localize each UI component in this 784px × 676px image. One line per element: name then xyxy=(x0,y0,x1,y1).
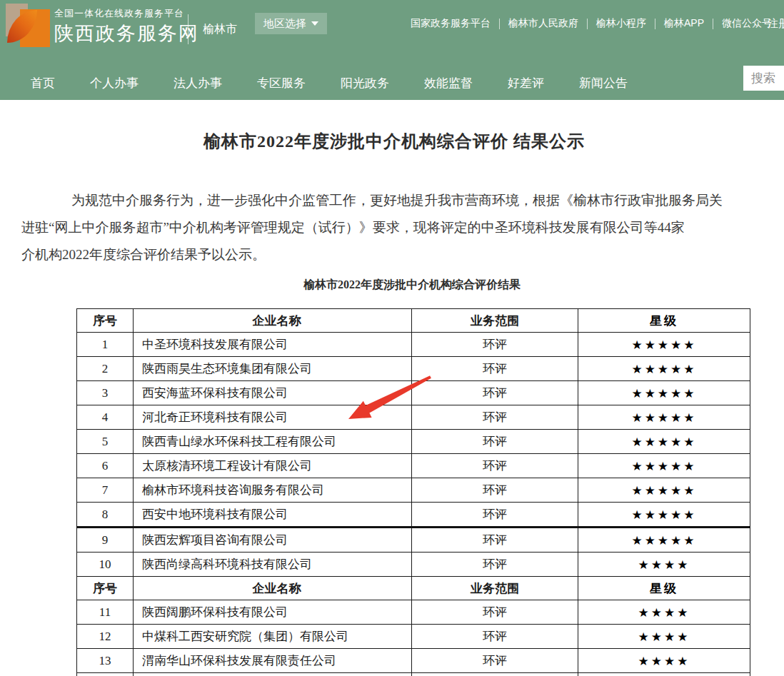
table-row: 2陕西雨昊生态环境集团有限公司环评★★★★★ xyxy=(77,357,750,381)
page-title: 榆林市2022年度涉批中介机构综合评价 结果公示 xyxy=(0,130,784,153)
register-link[interactable]: 注册 xyxy=(768,17,784,31)
cell-序号: 8 xyxy=(77,503,134,528)
cell-business-scope: 环评 xyxy=(412,528,578,553)
nav-item-7[interactable]: 新闻公告 xyxy=(579,75,628,91)
nav-item-3[interactable]: 专区服务 xyxy=(257,75,306,91)
cell-company-name: 渭南华山环保科技发展有限责任公司 xyxy=(134,649,412,673)
paragraph-line-2: 进驻“网上中介服务超市”中介机构考评管理规定（试行）》要求，现将评定的中圣环境科… xyxy=(21,214,784,241)
cell-business-scope: 环评 xyxy=(412,333,578,357)
cell-company-name: 陕西青山绿水环保科技工程有限公司 xyxy=(134,430,412,454)
table-header-cell: 业务范围 xyxy=(412,309,578,333)
site-logo[interactable] xyxy=(6,4,50,48)
nav-item-5[interactable]: 效能监督 xyxy=(424,75,473,91)
cell-star-rating: ★★★★★ xyxy=(578,405,750,430)
nav-item-2[interactable]: 法人办事 xyxy=(174,75,222,91)
table-header-cell: 企业名称 xyxy=(134,577,412,600)
nav-item-6[interactable]: 好差评 xyxy=(508,75,544,91)
header-divider xyxy=(188,14,189,44)
cell-star-rating: ★★★★★ xyxy=(578,357,750,381)
top-link-separator xyxy=(587,19,588,29)
cell-序号: 7 xyxy=(77,478,134,503)
announcement-paragraph: 为规范中介服务行为，进一步强化中介监管工作，更好地提升我市营商环境，根据《榆林市… xyxy=(21,187,784,268)
table-header-cell: 序号 xyxy=(77,309,134,333)
cell-business-scope: 环评 xyxy=(412,503,578,528)
paragraph-line-3: 介机构2022年度综合评价结果予以公示。 xyxy=(21,241,784,268)
table-header-row: 序号企业名称业务范围星级 xyxy=(77,309,750,333)
cell-business-scope: 环评 xyxy=(412,625,578,649)
empty-cell xyxy=(134,673,412,676)
cell-序号: 5 xyxy=(77,430,134,454)
cell-star-rating: ★★★★★ xyxy=(578,430,750,454)
cell-business-scope: 环评 xyxy=(412,649,578,673)
empty-cell xyxy=(412,673,578,676)
cell-star-rating: ★★★★★ xyxy=(578,503,750,528)
table-row: 5陕西青山绿水环保科技工程有限公司环评★★★★★ xyxy=(77,430,750,454)
nav-item-1[interactable]: 个人办事 xyxy=(90,75,139,91)
cell-序号: 4 xyxy=(77,405,134,430)
brand-block: 全国一体化在线政务服务平台 陕西政务服务网 xyxy=(54,6,199,46)
cell-business-scope: 环评 xyxy=(412,381,578,405)
cell-序号: 12 xyxy=(77,625,134,649)
cell-star-rating: ★★★★★ xyxy=(578,333,750,357)
cell-company-name: 西安海蓝环保科技有限公司 xyxy=(134,381,412,405)
table-row: 12中煤科工西安研究院（集团）有限公司环评★★★★ xyxy=(77,625,750,649)
cell-star-rating: ★★★★ xyxy=(578,649,750,673)
table-row: 10陕西尚绿高科环境科技有限公司环评★★★★ xyxy=(77,553,750,577)
cell-序号: 6 xyxy=(77,454,134,478)
current-city-label: 榆林市 xyxy=(203,22,237,37)
top-link-0[interactable]: 国家政务服务平台 xyxy=(411,17,491,30)
cell-star-rating: ★★★★★ xyxy=(578,454,750,478)
site-name: 陕西政务服务网 xyxy=(54,21,199,46)
region-select-button[interactable]: 地区选择 xyxy=(255,13,327,34)
cell-company-name: 陕西阔鹏环保科技有限公司 xyxy=(134,600,412,625)
table-row: 13渭南华山环保科技发展有限责任公司环评★★★★ xyxy=(77,649,750,673)
site-header: 全国一体化在线政务服务平台 陕西政务服务网 榆林市 地区选择 国家政务服务平台榆… xyxy=(0,0,784,100)
nav-item-0[interactable]: 首页 xyxy=(31,75,55,91)
cell-company-name: 西安中地环境科技有限公司 xyxy=(134,503,412,528)
cell-company-name: 陕西雨昊生态环境集团有限公司 xyxy=(134,357,412,381)
empty-cell xyxy=(578,673,750,676)
cell-序号: 2 xyxy=(77,357,134,381)
caret-down-icon xyxy=(311,21,318,26)
cell-business-scope: 环评 xyxy=(412,478,578,503)
cell-company-name: 陕西宏辉项目咨询有限公司 xyxy=(134,528,412,553)
cell-business-scope: 环评 xyxy=(412,553,578,577)
table-row-partial xyxy=(77,673,750,676)
table-row: 9陕西宏辉项目咨询有限公司环评★★★★★ xyxy=(77,528,750,553)
top-link-4[interactable]: 微信公众号 xyxy=(722,17,772,30)
table-row: 11陕西阔鹏环保科技有限公司环评★★★★ xyxy=(77,600,750,625)
cell-star-rating: ★★★★ xyxy=(578,600,750,625)
top-link-1[interactable]: 榆林市人民政府 xyxy=(508,17,578,30)
table-row: 1中圣环境科技发展有限公司环评★★★★★ xyxy=(77,333,750,357)
search-placeholder: 搜索 xyxy=(751,70,775,86)
table-header-cell: 序号 xyxy=(77,577,134,600)
cell-company-name: 榆林市环境科技咨询服务有限公司 xyxy=(134,478,412,503)
cell-business-scope: 环评 xyxy=(412,357,578,381)
cell-序号: 11 xyxy=(77,600,134,625)
main-nav: 首页个人办事法人办事专区服务阳光政务效能监督好差评新闻公告 xyxy=(0,66,784,100)
top-link-separator xyxy=(655,19,655,29)
cell-business-scope: 环评 xyxy=(412,430,578,454)
cell-business-scope: 环评 xyxy=(412,600,578,625)
search-box[interactable]: 搜索 xyxy=(743,66,784,91)
cell-star-rating: ★★★★★ xyxy=(578,381,750,405)
cell-business-scope: 环评 xyxy=(412,405,578,430)
top-link-3[interactable]: 榆林APP xyxy=(664,17,704,30)
nav-item-4[interactable]: 阳光政务 xyxy=(341,75,389,91)
cell-company-name: 中煤科工西安研究院（集团）有限公司 xyxy=(134,625,412,649)
table-row: 4河北奇正环境科技有限公司环评★★★★★ xyxy=(77,405,750,430)
cell-序号: 10 xyxy=(77,553,134,577)
cell-star-rating: ★★★★ xyxy=(578,553,750,577)
cell-序号: 1 xyxy=(77,333,134,357)
cell-company-name: 陕西尚绿高科环境科技有限公司 xyxy=(134,553,412,577)
platform-tagline: 全国一体化在线政务服务平台 xyxy=(54,6,199,21)
top-link-2[interactable]: 榆林小程序 xyxy=(596,17,646,30)
cell-star-rating: ★★★★★ xyxy=(578,528,750,553)
table-row: 8西安中地环境科技有限公司环评★★★★★ xyxy=(77,503,750,528)
cell-business-scope: 环评 xyxy=(412,454,578,478)
top-link-separator xyxy=(713,19,713,29)
paragraph-line-1: 为规范中介服务行为，进一步强化中介监管工作，更好地提升我市营商环境，根据《榆林市… xyxy=(21,187,784,214)
table-header-cell: 业务范围 xyxy=(412,577,578,600)
table-header-cell: 星级 xyxy=(578,577,750,600)
table-row: 3西安海蓝环保科技有限公司环评★★★★★ xyxy=(77,381,750,405)
